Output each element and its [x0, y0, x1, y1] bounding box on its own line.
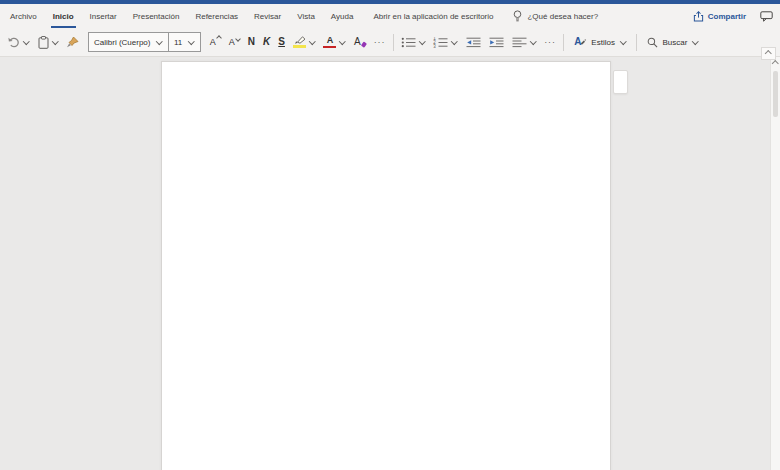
- scroll-up-arrow[interactable]: [772, 59, 779, 68]
- format-painter-button[interactable]: [62, 31, 83, 53]
- letter: A: [229, 37, 235, 47]
- tab-label: Archivo: [10, 12, 37, 21]
- search-icon: [647, 37, 658, 48]
- font-controls: Calibri (Cuerpo) 11: [88, 32, 201, 52]
- collapse-ribbon-button[interactable]: [761, 47, 776, 60]
- tab-label: Presentación: [133, 12, 180, 21]
- letter: A: [354, 36, 361, 47]
- tab-presentacion[interactable]: Presentación: [125, 4, 188, 28]
- tab-vista[interactable]: Vista: [289, 4, 323, 28]
- tell-me-label: ¿Qué desea hacer?: [527, 12, 598, 21]
- bulleted-list-icon: [401, 37, 416, 48]
- font-name-value: Calibri (Cuerpo): [94, 38, 150, 47]
- bullets-button[interactable]: [397, 31, 430, 53]
- ellipsis-icon: ···: [544, 38, 556, 47]
- tab-label: Vista: [297, 12, 315, 21]
- lightbulb-icon: [513, 10, 522, 22]
- svg-text:3: 3: [433, 44, 436, 48]
- chevron-down-icon: [451, 38, 457, 44]
- chevron-down-icon: [530, 38, 536, 44]
- italic-label: K: [263, 37, 270, 47]
- more-paragraph-options-button[interactable]: ···: [540, 31, 560, 53]
- tab-insertar[interactable]: Insertar: [82, 4, 125, 28]
- tab-label: Inicio: [53, 12, 74, 21]
- font-color-icon: A: [323, 36, 336, 49]
- tab-label: Ayuda: [331, 12, 354, 21]
- divider: [393, 34, 394, 51]
- font-size-select[interactable]: 11: [168, 33, 200, 51]
- chevron-down-icon: [620, 38, 626, 44]
- font-size-value: 11: [174, 38, 182, 47]
- caret-up-icon: [765, 50, 771, 56]
- styles-icon: A: [574, 37, 587, 47]
- increase-indent-button[interactable]: [485, 31, 508, 53]
- underline-label: S: [278, 37, 285, 47]
- numbering-button[interactable]: 1 2 3: [429, 31, 462, 53]
- bold-button[interactable]: N: [244, 31, 259, 53]
- underline-button[interactable]: S: [274, 31, 289, 53]
- alignment-button[interactable]: [508, 31, 541, 53]
- numbered-list-icon: 1 2 3: [433, 37, 448, 48]
- clipboard-icon: [38, 36, 49, 49]
- chevron-down-icon: [419, 38, 425, 44]
- font-name-select[interactable]: Calibri (Cuerpo): [89, 33, 168, 51]
- tab-archivo[interactable]: Archivo: [2, 4, 45, 28]
- clear-formatting-button[interactable]: A: [350, 31, 370, 53]
- undo-button[interactable]: [4, 31, 34, 53]
- vertical-scrollbar[interactable]: [770, 57, 780, 470]
- menu-bar-right: Compartir: [693, 11, 773, 22]
- format-painter-icon: [66, 36, 79, 48]
- divider: [636, 34, 637, 51]
- ribbon-toolbar: Calibri (Cuerpo) 11 A A N K S: [0, 28, 780, 57]
- tab-inicio[interactable]: Inicio: [45, 4, 82, 28]
- clear-formatting-icon: A: [354, 37, 366, 47]
- highlight-color-button[interactable]: [289, 31, 320, 53]
- shrink-font-icon: A: [229, 38, 240, 47]
- tab-label: Revisar: [254, 12, 281, 21]
- chevron-down-icon: [309, 38, 315, 44]
- shrink-font-button[interactable]: A: [225, 31, 244, 53]
- chevron-down-icon: [188, 38, 194, 44]
- more-font-options-button[interactable]: ···: [370, 31, 390, 53]
- styles-button[interactable]: A Estilos: [567, 31, 633, 53]
- tab-referencias[interactable]: Referencias: [187, 4, 246, 28]
- letter: A: [327, 36, 334, 45]
- share-label: Compartir: [708, 12, 746, 21]
- caret-up-icon: [772, 60, 778, 66]
- tab-label: Referencias: [195, 12, 238, 21]
- ellipsis-icon: ···: [374, 38, 386, 47]
- scrollbar-thumb[interactable]: [773, 71, 778, 117]
- menu-bar: Archivo Inicio Insertar Presentación Ref…: [0, 4, 780, 28]
- highlighter-icon: [293, 36, 306, 48]
- document-page[interactable]: [161, 61, 611, 470]
- paste-button[interactable]: [34, 31, 63, 53]
- tell-me-button[interactable]: ¿Qué desea hacer?: [513, 10, 598, 22]
- search-button[interactable]: Buscar: [640, 31, 705, 53]
- undo-icon: [8, 37, 20, 48]
- word-online-window: Archivo Inicio Insertar Presentación Ref…: [0, 0, 780, 470]
- align-lines-icon: [512, 37, 527, 48]
- letter: A: [210, 37, 216, 47]
- margin-comment-widget[interactable]: [613, 70, 628, 94]
- chevron-down-icon: [52, 38, 58, 44]
- chevron-down-icon: [157, 38, 163, 44]
- divider: [563, 34, 564, 51]
- tab-ayuda[interactable]: Ayuda: [323, 4, 362, 28]
- decrease-indent-button[interactable]: [462, 31, 485, 53]
- share-icon: [693, 11, 704, 22]
- tab-label: Insertar: [90, 12, 117, 21]
- styles-label: Estilos: [591, 38, 615, 47]
- document-canvas: [0, 57, 780, 470]
- tab-revisar[interactable]: Revisar: [246, 4, 289, 28]
- grow-font-button[interactable]: A: [206, 31, 225, 53]
- increase-indent-icon: [489, 37, 504, 48]
- comments-button[interactable]: [760, 11, 773, 22]
- italic-button[interactable]: K: [259, 31, 274, 53]
- open-in-desktop-link[interactable]: Abrir en la aplicación de escritorio: [373, 12, 493, 21]
- share-button[interactable]: Compartir: [693, 11, 746, 22]
- chevron-down-icon: [692, 38, 698, 44]
- chevron-down-icon: [340, 38, 346, 44]
- bold-label: N: [248, 37, 255, 47]
- decrease-indent-icon: [466, 37, 481, 48]
- font-color-button[interactable]: A: [319, 31, 350, 53]
